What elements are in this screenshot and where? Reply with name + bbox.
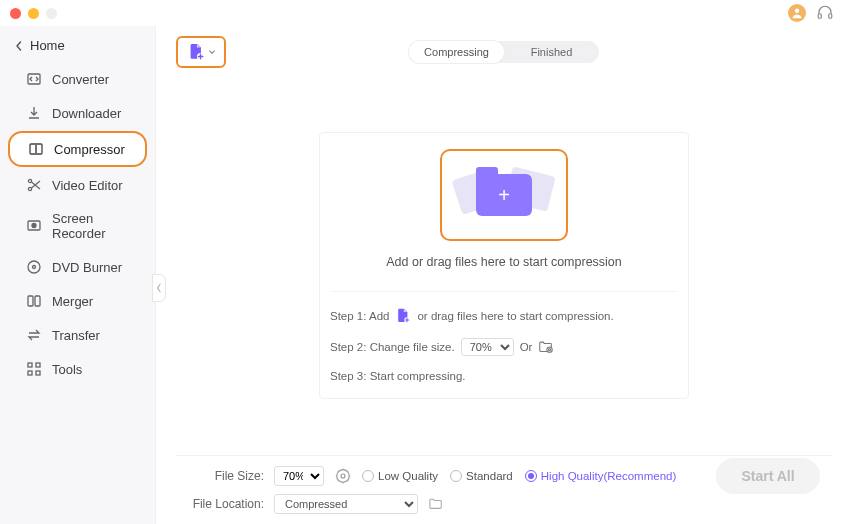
file-location-label: File Location:	[176, 497, 264, 511]
svg-rect-1	[818, 14, 821, 19]
main-panel: Compressing Finished + Add or drag files…	[156, 26, 850, 524]
svg-point-21	[337, 470, 350, 483]
radio-label: Low Quality	[378, 470, 438, 482]
sidebar-item-label: Transfer	[52, 328, 100, 343]
open-folder-icon[interactable]	[428, 497, 444, 511]
sidebar-item-screen-recorder[interactable]: Screen Recorder	[8, 203, 147, 249]
sidebar-item-merger[interactable]: Merger	[8, 285, 147, 317]
svg-point-8	[32, 224, 36, 228]
sidebar-item-converter[interactable]: Converter	[8, 63, 147, 95]
sidebar-item-video-editor[interactable]: Video Editor	[8, 169, 147, 201]
titlebar	[0, 0, 850, 26]
step-1-suffix: or drag files here to start compression.	[417, 310, 613, 322]
start-all-label: Start All	[741, 468, 794, 484]
sidebar-item-label: Video Editor	[52, 178, 123, 193]
sidebar-item-label: Downloader	[52, 106, 121, 121]
transfer-icon	[26, 327, 42, 343]
footer-row-location: File Location: Compressed	[176, 494, 832, 514]
step-3-text: Step 3: Start compressing.	[330, 370, 466, 382]
status-tabs: Compressing Finished	[409, 41, 599, 63]
tab-finished[interactable]: Finished	[504, 41, 599, 63]
home-label: Home	[30, 38, 65, 53]
drop-zone[interactable]: +	[330, 147, 678, 243]
file-size-select[interactable]: 70%	[274, 466, 324, 486]
content-area: + Add or drag files here to start compre…	[176, 68, 832, 455]
svg-rect-12	[35, 296, 40, 306]
toolbar: Compressing Finished	[176, 36, 832, 68]
drop-card: + Add or drag files here to start compre…	[319, 132, 689, 399]
close-window-icon[interactable]	[10, 8, 21, 19]
window-controls	[10, 8, 57, 19]
svg-point-22	[341, 474, 345, 478]
recorder-icon	[26, 218, 42, 234]
sidebar-item-compressor[interactable]: Compressor	[8, 131, 147, 167]
step-3: Step 3: Start compressing.	[330, 370, 678, 382]
svg-point-10	[33, 266, 36, 269]
sidebar-item-label: Merger	[52, 294, 93, 309]
maximize-window-icon[interactable]	[46, 8, 57, 19]
home-link[interactable]: Home	[0, 30, 155, 63]
sidebar-item-tools[interactable]: Tools	[8, 353, 147, 385]
sidebar-item-dvd-burner[interactable]: DVD Burner	[8, 251, 147, 283]
step-2-or: Or	[520, 341, 533, 353]
drop-frame: +	[440, 149, 568, 241]
svg-rect-2	[829, 14, 832, 19]
start-all-button[interactable]: Start All	[716, 458, 820, 494]
step-1-prefix: Step 1: Add	[330, 310, 389, 322]
sidebar-collapse-button[interactable]	[152, 274, 166, 302]
step-1: Step 1: Add or drag files here to start …	[330, 308, 678, 324]
chevron-left-icon	[14, 41, 24, 51]
support-icon[interactable]	[816, 4, 834, 22]
merge-icon	[26, 293, 42, 309]
sidebar-item-transfer[interactable]: Transfer	[8, 319, 147, 351]
radio-standard[interactable]: Standard	[450, 470, 513, 482]
folder-plus-icon: +	[476, 174, 532, 216]
download-icon	[26, 105, 42, 121]
minimize-window-icon[interactable]	[28, 8, 39, 19]
svg-point-9	[28, 261, 40, 273]
chevron-left-icon	[156, 283, 162, 293]
svg-point-0	[795, 9, 800, 14]
radio-low-quality[interactable]: Low Quality	[362, 470, 438, 482]
sidebar-item-label: DVD Burner	[52, 260, 122, 275]
quality-radio-group: Low Quality Standard High Quality(Recomm…	[362, 470, 676, 482]
tab-label: Compressing	[424, 46, 489, 58]
svg-rect-14	[36, 363, 40, 367]
svg-rect-15	[28, 371, 32, 375]
sidebar-item-label: Tools	[52, 362, 82, 377]
settings-folder-icon[interactable]	[538, 339, 554, 355]
svg-rect-16	[36, 371, 40, 375]
sidebar-item-label: Screen Recorder	[52, 211, 135, 241]
steps-panel: Step 1: Add or drag files here to start …	[330, 291, 678, 382]
file-plus-icon[interactable]	[395, 308, 411, 324]
file-plus-icon	[187, 43, 205, 61]
radio-label: Standard	[466, 470, 513, 482]
drop-hint: Add or drag files here to start compress…	[330, 255, 678, 269]
tab-compressing[interactable]: Compressing	[409, 41, 504, 63]
add-file-button[interactable]	[176, 36, 226, 68]
radio-high-quality[interactable]: High Quality(Recommend)	[525, 470, 677, 482]
svg-point-6	[28, 187, 31, 190]
scissors-icon	[26, 177, 42, 193]
radio-label: High Quality(Recommend)	[541, 470, 677, 482]
titlebar-right	[788, 4, 834, 22]
step-2: Step 2: Change file size. 70% Or	[330, 338, 678, 356]
gear-icon[interactable]	[334, 467, 352, 485]
file-location-select[interactable]: Compressed	[274, 494, 418, 514]
sidebar-item-label: Compressor	[54, 142, 125, 157]
sidebar-item-downloader[interactable]: Downloader	[8, 97, 147, 129]
step-size-select[interactable]: 70%	[461, 338, 514, 356]
tools-icon	[26, 361, 42, 377]
step-2-prefix: Step 2: Change file size.	[330, 341, 455, 353]
svg-rect-11	[28, 296, 33, 306]
disc-icon	[26, 259, 42, 275]
file-size-label: File Size:	[176, 469, 264, 483]
svg-point-5	[28, 179, 31, 182]
sidebar-item-label: Converter	[52, 72, 109, 87]
tab-label: Finished	[531, 46, 573, 58]
chevron-down-icon	[208, 48, 216, 56]
sidebar: Home Converter Downloader Compressor Vid…	[0, 26, 156, 524]
avatar[interactable]	[788, 4, 806, 22]
svg-point-19	[547, 347, 552, 352]
compressor-icon	[28, 141, 44, 157]
